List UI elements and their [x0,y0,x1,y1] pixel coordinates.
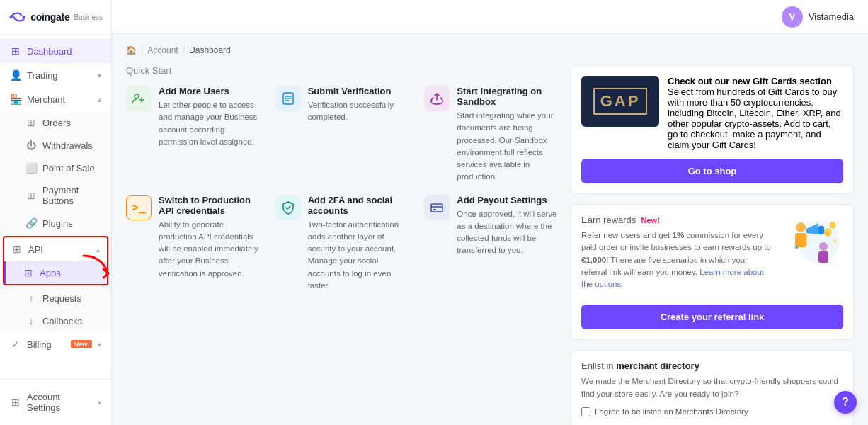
api-icon: ⊞ [11,244,23,255]
dashboard-icon: ⊞ [10,45,21,57]
api-submenu: ⊞ Apps [4,261,107,284]
breadcrumb-home-icon[interactable]: 🏠 [126,45,137,55]
merchant-directory-desc: We made the Merchant Directory so that c… [581,375,843,400]
sidebar-item-api[interactable]: ⊞ API ▴ [4,237,107,261]
user-avatar: V [782,6,803,28]
qs-api-creds-title: Switch to Production API credentials [159,195,261,216]
sidebar-item-plugins-label: Plugins [42,218,73,229]
left-panel: Quick Start Add More Users Let other peo… [126,65,559,425]
svg-text:✦: ✦ [833,238,838,244]
qs-payout-desc: Once approved, it will serve as a destin… [457,208,559,257]
sidebar-item-point-of-sale[interactable]: ⬜ Point of Sale [0,157,111,179]
main-area: V Vistamedia 🏠 / Account / Dashboard Qui… [112,0,868,425]
sidebar-item-requests-label: Requests [42,293,81,304]
qs-item-sandbox-content: Start Integrating on Sandbox Start integ… [457,86,559,183]
gift-card-desc: Select from hundreds of Gift Cards to bu… [668,86,843,150]
logo-text: coingate [30,11,69,23]
coingate-logo-icon [8,10,26,24]
svg-point-1 [22,16,25,19]
billing-chevron: ▾ [98,341,101,348]
logo-badge: Business [74,13,103,21]
qs-item-add-users-content: Add More Users Let other people to acces… [159,86,261,148]
merchant-submenu: ⊞ Orders ⏻ Withdrawals ⬜ Point of Sale ⊞… [0,111,111,234]
sidebar-item-billing[interactable]: ✓ Billing New! ▾ [0,332,111,356]
qs-sandbox-desc: Start integrating while your documents a… [457,110,559,183]
qs-sandbox-title: Start Integrating on Sandbox [457,86,559,107]
sidebar-item-pos-label: Point of Sale [42,163,95,174]
gap-logo: GAP [593,88,648,115]
breadcrumb-account[interactable]: Account [147,45,178,55]
trading-chevron: ▾ [98,72,101,79]
qs-2fa-title: Add 2FA and social accounts [308,195,411,216]
sidebar-item-merchant[interactable]: 🏪 Merchant ▴ [0,87,111,111]
earn-rewards-label: Earn rewards [581,215,636,225]
sidebar-item-account-settings[interactable]: ⊞ Account Settings ▾ [0,385,111,419]
right-panel: GAP Check out our new Gift Cards section… [571,65,854,425]
qs-api-creds-desc: Ability to generate production API crede… [159,219,261,280]
sidebar-item-dashboard[interactable]: ⊞ Dashboard [0,39,111,63]
sidebar-item-merchant-label: Merchant [27,94,92,105]
merchant-directory-checkbox[interactable] [581,407,590,416]
qs-item-verification: Submit Verification Verification success… [275,86,411,183]
learn-more-link[interactable]: Learn more about the options. [581,268,764,288]
sidebar-item-callbacks[interactable]: ↓ Callbacks [0,310,111,332]
qs-item-add-users: Add More Users Let other people to acces… [126,86,261,183]
earn-text: Earn rewards New! Refer new users and ge… [581,215,772,290]
api-chevron: ▴ [96,246,100,254]
sidebar-item-payment-buttons-label: Payment Buttons [42,185,101,206]
sidebar-item-plugins[interactable]: 🔗 Plugins [0,212,111,234]
api-creds-icon: >_ [126,195,152,220]
merchant-directory-checkbox-row: I agree to be listed on Merchants Direct… [581,407,843,416]
panels-row: Quick Start Add More Users Let other peo… [126,65,854,425]
api-section-highlighted: ⊞ API ▴ ⊞ Apps [3,236,108,285]
content-scroll[interactable]: 🏠 / Account / Dashboard Quick Start [112,34,868,425]
qs-item-api-creds: >_ Switch to Production API credentials … [126,195,261,293]
trading-icon: 👤 [10,69,21,81]
merchant-directory-bold: merchant directory [616,361,699,371]
earn-top: Earn rewards New! Refer new users and ge… [581,215,843,290]
help-button[interactable]: ? [834,391,857,414]
sidebar-item-requests[interactable]: ↑ Requests [0,287,111,310]
merchant-directory-widget: Enlist in merchant directory We made the… [571,350,854,425]
payout-icon [424,195,450,220]
go-to-shop-button[interactable]: Go to shop [581,159,843,183]
qs-verification-desc: Verification successfully completed. [308,99,411,124]
create-referral-link-button[interactable]: Create your referral link [581,305,843,329]
qs-verification-title: Submit Verification [308,86,411,96]
sidebar: coingate Business ⊞ Dashboard 👤 Trading … [0,0,112,425]
svg-point-2 [135,94,139,98]
sidebar-item-apps[interactable]: ⊞ Apps [4,261,107,284]
sidebar-item-payment-buttons[interactable]: ⊞ Payment Buttons [0,179,111,212]
callbacks-icon: ↓ [25,315,37,327]
sidebar-bottom: ⊞ Account Settings ▾ [0,379,111,425]
merchant-icon: 🏪 [10,94,21,105]
breadcrumb-sep1: / [141,45,143,55]
sidebar-item-orders[interactable]: ⊞ Orders [0,111,111,134]
merchant-directory-checkbox-label[interactable]: I agree to be listed on Merchants Direct… [595,407,748,416]
merchant-directory-title: Enlist in merchant directory [581,361,843,371]
user-menu[interactable]: V Vistamedia [782,6,854,28]
gift-card-title: Check out our new Gift Cards section [668,76,843,86]
svg-rect-5 [433,209,436,210]
quick-start-grid: Add More Users Let other people to acces… [126,86,559,292]
topbar: V Vistamedia [112,0,868,34]
gift-card-top: GAP Check out our new Gift Cards section… [581,76,843,150]
content-inner: 🏠 / Account / Dashboard Quick Start [112,34,868,425]
qs-2fa-desc: Two-factor authentication adds another l… [308,219,411,293]
qs-item-api-creds-content: Switch to Production API credentials Abi… [159,195,261,280]
svg-rect-4 [431,204,442,212]
svg-point-0 [9,16,13,19]
sidebar-item-withdrawals[interactable]: ⏻ Withdrawals [0,134,111,157]
qs-add-users-desc: Let other people to access and manage yo… [159,99,261,148]
user-name: Vistamedia [809,11,854,22]
add-users-icon [126,86,152,111]
2fa-icon [275,195,301,220]
earn-title: Earn rewards New! [581,215,772,225]
gift-card-widget: GAP Check out our new Gift Cards section… [571,65,854,194]
account-settings-chevron: ▾ [98,399,101,407]
pos-icon: ⬜ [25,162,37,174]
earn-desc: Refer new users and get 1% commission fo… [581,230,772,290]
sidebar-item-trading[interactable]: 👤 Trading ▾ [0,63,111,87]
sidebar-item-api-label: API [28,244,91,255]
billing-new-badge: New! [71,340,92,348]
